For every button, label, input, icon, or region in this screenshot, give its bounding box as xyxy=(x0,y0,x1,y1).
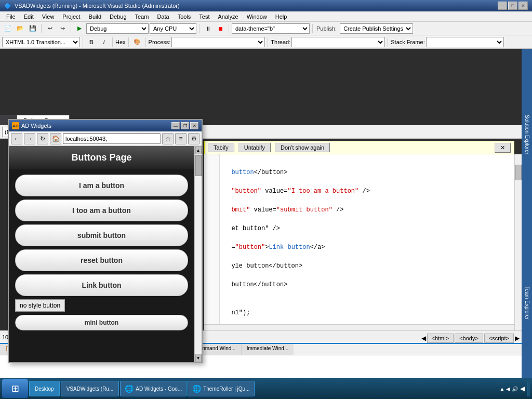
code-line-6: yle button</button> xyxy=(224,261,510,271)
datatheme-dropdown[interactable]: data-theme="b" xyxy=(232,23,310,34)
menu-view[interactable]: View xyxy=(38,12,59,21)
publish-settings-dropdown[interactable]: Create Publish Settings xyxy=(340,23,413,34)
browser-forward[interactable]: → xyxy=(24,133,35,144)
code-line-7: button</button> xyxy=(224,280,510,289)
menu-tools[interactable]: Tools xyxy=(174,12,195,21)
browser-restore[interactable]: ❐ xyxy=(181,122,189,129)
redo-btn[interactable]: ↪ xyxy=(57,23,68,34)
publish-label: Publish: xyxy=(315,25,338,32)
button-2[interactable]: I too am a button xyxy=(15,200,188,221)
vs-taskbar-btn[interactable]: VSADWidgets (Ru... xyxy=(61,381,119,396)
notification-bar: Tabify Untabify Don't show again ✕ xyxy=(204,141,514,154)
italic-btn[interactable]: I xyxy=(98,37,110,47)
save-btn[interactable]: 💾 xyxy=(27,23,38,34)
publish-area: Publish: Create Publish Settings xyxy=(315,23,413,34)
themeroller-btn[interactable]: 🌐ThemeRoller | jQu... xyxy=(188,381,254,396)
button-3[interactable]: submit button xyxy=(15,224,188,246)
browser-home[interactable]: 🏠 xyxy=(50,133,61,144)
browser-menu-btn[interactable]: ≡ xyxy=(175,133,187,144)
stop-btn[interactable]: ⏹ xyxy=(215,23,226,34)
browser-content: Buttons Page I am a button I too am a bu… xyxy=(9,146,194,362)
dont-show-again-button[interactable]: Don't show again xyxy=(275,143,330,152)
start-btn[interactable]: ▶ xyxy=(74,23,85,34)
menu-analyze[interactable]: Analyze xyxy=(214,12,243,21)
start-button[interactable]: ⊞ xyxy=(2,379,28,398)
close-button[interactable]: ✕ xyxy=(518,2,528,10)
system-tray: ▲ ◀ 🔊 ◀ xyxy=(500,381,530,396)
html-tag-script[interactable]: <script> xyxy=(484,334,514,343)
team-explorer-label[interactable]: Team Explorer xyxy=(523,282,531,324)
nav-arrow-left[interactable]: ◀ xyxy=(421,335,426,342)
menu-file[interactable]: File xyxy=(2,12,20,21)
thread-dropdown[interactable] xyxy=(291,37,385,47)
platform-dropdown[interactable]: Any CPU xyxy=(150,23,196,34)
menu-help[interactable]: Help xyxy=(271,12,291,21)
button-1[interactable]: I am a button xyxy=(15,175,188,196)
color-btn[interactable]: 🎨 xyxy=(131,37,143,47)
button-4[interactable]: reset button xyxy=(15,249,188,271)
config-dropdown[interactable]: Debug xyxy=(86,23,149,34)
scroll-thumb[interactable] xyxy=(195,155,202,176)
maximize-button[interactable]: □ xyxy=(508,2,517,10)
browser-window: AD AD Widgets — ❐ ✕ ← → ↻ 🏠 ☆ ≡ ⚙ xyxy=(8,119,203,363)
browser-body: Buttons Page I am a button I too am a bu… xyxy=(9,146,202,362)
menu-data[interactable]: Data xyxy=(153,12,173,21)
button-7[interactable]: mini button xyxy=(15,315,188,330)
open-btn[interactable]: 📂 xyxy=(15,23,26,34)
close-notification-button[interactable]: ✕ xyxy=(495,143,511,153)
tabify-button[interactable]: Tabify xyxy=(208,143,234,152)
html-tag-body[interactable]: <body> xyxy=(455,334,483,343)
toolbar-row-1: 📄 📂 💾 ↩ ↪ ▶ Debug Any CPU ⏸ ⏹ data-theme… xyxy=(0,22,532,35)
menu-team[interactable]: Team xyxy=(131,12,153,21)
nav-arrow-right[interactable]: ▶ xyxy=(515,335,520,342)
minimize-button[interactable]: — xyxy=(498,2,507,10)
browser-address-input[interactable] xyxy=(63,134,161,144)
menu-bar: File Edit View Project Build Debug Team … xyxy=(0,11,532,22)
code-line-1: button</button> xyxy=(224,168,510,177)
untabify-button[interactable]: Untabify xyxy=(238,143,271,152)
button-5[interactable]: Link button xyxy=(15,274,188,296)
adwidgets-chrome-btn[interactable]: 🌐AD Widgets - Goo... xyxy=(120,381,187,396)
hide-arrow[interactable]: ◀ xyxy=(520,385,525,392)
code-line-3: bmit" value="submit button" /> xyxy=(224,205,510,215)
workspace: ... Buttons Page... (No Events) Tabify U… xyxy=(0,49,532,399)
menu-project[interactable]: Project xyxy=(58,12,84,21)
browser-back[interactable]: ← xyxy=(11,133,22,144)
menu-build[interactable]: Build xyxy=(85,12,105,21)
bookmark-btn[interactable]: ☆ xyxy=(162,133,174,144)
browser-close[interactable]: ✕ xyxy=(190,122,198,129)
clock: ▲ ◀ 🔊 xyxy=(500,386,518,392)
stack-label: Stack Frame: xyxy=(391,39,424,45)
tab-immediatewindow[interactable]: Immediate Wind... xyxy=(242,344,294,355)
button-6[interactable]: no style button xyxy=(15,299,65,312)
code-content: button</button> "button" value="I too am… xyxy=(220,154,514,331)
process-dropdown[interactable] xyxy=(171,37,265,47)
menu-edit[interactable]: Edit xyxy=(20,12,38,21)
bold-btn[interactable]: B xyxy=(86,37,97,47)
browser-title-controls: — ❐ ✕ xyxy=(171,122,198,129)
browser-minimize[interactable]: — xyxy=(171,122,180,129)
menu-window[interactable]: Window xyxy=(243,12,271,21)
menu-debug[interactable]: Debug xyxy=(105,12,130,21)
browser-settings-btn[interactable]: ⚙ xyxy=(188,133,200,144)
undo-btn[interactable]: ↩ xyxy=(44,23,56,34)
browser-icon: AD xyxy=(12,122,19,129)
browser-scrollbar[interactable]: ▲ ▼ xyxy=(194,146,202,362)
new-project-btn[interactable]: 📄 xyxy=(2,23,14,34)
solution-explorer-label[interactable]: Solution Explorer xyxy=(523,111,531,158)
show-desktop[interactable] xyxy=(527,381,530,396)
menu-test[interactable]: Test xyxy=(195,12,214,21)
pause-btn[interactable]: ⏸ xyxy=(202,23,214,34)
desktop-btn[interactable]: Desktop xyxy=(29,381,60,396)
right-side-panel: Solution Explorer Team Explorer xyxy=(522,49,532,385)
buttons-container: I am a button I too am a button submit b… xyxy=(9,169,194,336)
doctype-dropdown[interactable]: XHTML 1.0 Transition... xyxy=(2,37,80,47)
browser-refresh[interactable]: ↻ xyxy=(37,133,48,144)
stack-dropdown[interactable] xyxy=(426,37,504,47)
code-pane: button</button> "button" value="I too am… xyxy=(204,154,514,331)
scrollbar-thumb[interactable] xyxy=(515,165,522,180)
scroll-up[interactable]: ▲ xyxy=(195,146,202,154)
code-scrollbar[interactable] xyxy=(514,154,522,331)
html-tag-html[interactable]: <html> xyxy=(427,334,454,343)
scroll-down[interactable]: ▼ xyxy=(195,354,202,362)
